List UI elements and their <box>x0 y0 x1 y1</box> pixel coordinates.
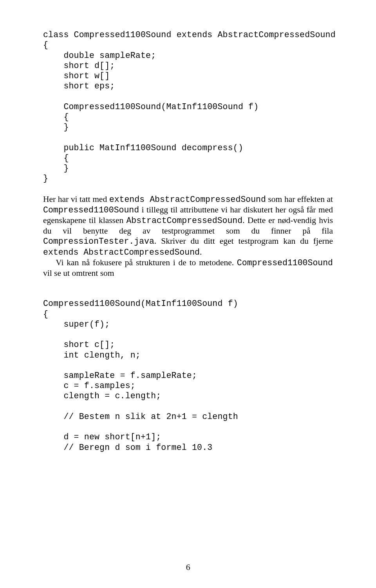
inline-code: AbstractCompressedSound <box>126 216 242 225</box>
inline-code: extends AbstractCompressedSound <box>43 248 200 257</box>
code-line: double sampleRate; <box>43 51 156 60</box>
inline-code: CompressionTester.java <box>43 237 154 246</box>
code-line: int clength, n; <box>43 351 141 360</box>
code-line: short d[]; <box>43 61 115 70</box>
code-line: Compressed1100Sound(MatInf1100Sound f) <box>43 299 238 308</box>
code-line: sampleRate = f.sampleRate; <box>43 371 197 380</box>
code-line: c = f.samples; <box>43 381 136 390</box>
code-line: { <box>43 40 48 50</box>
spacer <box>43 278 333 288</box>
page: class Compressed1100Sound extends Abstra… <box>0 0 376 588</box>
inline-code: extends AbstractCompressedSound <box>109 195 266 204</box>
code-line: Compressed1100Sound(MatInf1100Sound f) <box>43 102 258 111</box>
code-line: } <box>43 122 69 132</box>
code-line: short w[] <box>43 71 110 81</box>
code-line: public MatInf1100Sound decompress() <box>43 143 243 153</box>
text: Her har vi tatt med <box>43 194 109 204</box>
code-line: class Compressed1100Sound extends Abstra… <box>43 30 336 40</box>
code-line: } <box>43 174 48 183</box>
code-line: { <box>43 153 69 163</box>
code-line: // Beregn d som i formel 10.3 <box>43 443 212 452</box>
paragraph-2: Vi kan nå fokusere på strukturen i de to… <box>43 257 333 278</box>
text: som har effekten at <box>266 194 333 204</box>
inline-code: Compressed1100Sound <box>237 258 333 268</box>
code-line: } <box>43 164 69 173</box>
code-line: d = new short[n+1]; <box>43 432 161 442</box>
code-line: { <box>43 309 48 319</box>
inline-code: Compressed1100Sound <box>43 205 139 215</box>
code-block-class-def: class Compressed1100Sound extends Abstra… <box>43 20 333 184</box>
code-block-constructor: Compressed1100Sound(MatInf1100Sound f) {… <box>43 288 333 453</box>
text: vil se ut omtrent som <box>43 268 114 278</box>
text: . Skriver du ditt eget testprogram kan d… <box>154 236 333 246</box>
code-line: { <box>43 112 69 122</box>
paragraph-1: Her har vi tatt med extends AbstractComp… <box>43 194 333 257</box>
spacer <box>43 184 333 194</box>
code-line: short c[]; <box>43 340 115 349</box>
text: . <box>200 247 202 257</box>
code-line: // Bestem n slik at 2n+1 = clength <box>43 412 238 421</box>
code-line: clength = c.length; <box>43 391 161 401</box>
code-line: super(f); <box>43 320 110 329</box>
page-number: 6 <box>0 563 376 572</box>
text: Vi kan nå fokusere på strukturen i de to… <box>56 258 237 267</box>
code-line: short eps; <box>43 81 115 91</box>
